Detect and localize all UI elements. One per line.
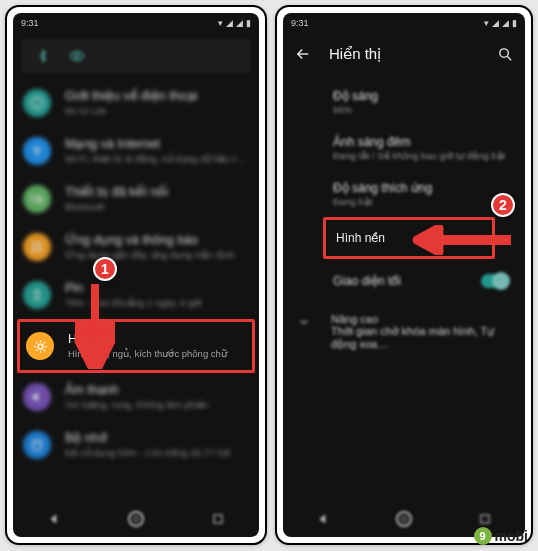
display-item[interactable]: Hiển thị Hình nền, ngủ, kích thước phông…	[20, 322, 252, 370]
item-sub: Bluetooth	[65, 201, 249, 213]
phone-frame-left: 9:31 ▾◢◢▮ Giới thiệu về điện thoại Mi A2…	[5, 5, 267, 545]
svg-rect-3	[36, 100, 37, 101]
svg-rect-8	[38, 242, 42, 246]
item-sub: Đang tắt / Sẽ không bao giờ tự động bật	[333, 150, 509, 161]
nav-bar	[13, 505, 259, 533]
item-sub: Âm lượng, rung, Không làm phiền	[65, 399, 249, 411]
storage-item[interactable]: Bộ nhớ Đã sử dụng 53% - Còn trống 29,77 …	[13, 421, 259, 469]
nav-back[interactable]	[45, 510, 63, 528]
item-title: Độ sáng thích ứng	[333, 181, 509, 195]
svg-rect-10	[38, 248, 42, 252]
svg-point-4	[36, 153, 38, 155]
svg-rect-2	[36, 102, 37, 106]
search-button[interactable]	[495, 44, 515, 64]
svg-rect-5	[32, 196, 39, 202]
brightness-item[interactable]: Độ sáng 66%	[283, 79, 525, 125]
about-phone-item[interactable]: Giới thiệu về điện thoại Mi A2 Lite	[13, 79, 259, 127]
status-bar: 9:31 ▾◢◢▮	[13, 13, 259, 33]
svg-rect-6	[39, 197, 42, 202]
item-sub: Thời gian chờ khóa màn hình, Tự động xoa…	[331, 325, 509, 351]
item-sub: Đang bật	[333, 196, 509, 207]
apps-item[interactable]: Ứng dụng và thông báo Ứng dụng gần đây, …	[13, 223, 259, 271]
item-title: Giới thiệu về điện thoại	[65, 89, 249, 105]
nightlight-item[interactable]: Ánh sáng đêm Đang tắt / Sẽ không bao giờ…	[283, 125, 525, 171]
nav-recent[interactable]	[209, 510, 227, 528]
nav-home[interactable]	[395, 510, 413, 528]
connected-devices-item[interactable]: Thiết bị đã kết nối Bluetooth	[13, 175, 259, 223]
battery-icon	[23, 281, 51, 309]
nav-recent[interactable]	[476, 510, 494, 528]
svg-rect-15	[214, 515, 222, 523]
quick-tiles-row	[21, 39, 251, 73]
devices-icon	[23, 185, 51, 213]
item-sub: Hình nền, ngủ, kích thước phông chữ	[68, 348, 242, 360]
item-sub: Wi-Fi, thiết bị di động, sử dụng dữ liệu…	[65, 153, 249, 165]
svg-rect-7	[32, 242, 36, 246]
screen-right: 9:31 ▾◢◢▮ Hiển thị Độ sáng 66% Ánh sáng …	[283, 13, 525, 537]
item-title: Pin	[65, 281, 249, 297]
network-item[interactable]: Mạng và Internet Wi-Fi, thiết bị di động…	[13, 127, 259, 175]
status-time: 9:31	[21, 18, 39, 28]
app-bar: Hiển thị	[283, 33, 525, 75]
battery-item[interactable]: Pin 79% - Còn khoảng 1 ngày, 8 giờ	[13, 271, 259, 319]
item-sub: Đã sử dụng 53% - Còn trống 29,77 GB	[65, 447, 249, 459]
info-icon	[23, 89, 51, 117]
item-title: Bộ nhớ	[65, 431, 249, 447]
svg-rect-12	[36, 290, 38, 291]
nav-home[interactable]	[127, 510, 145, 528]
darktheme-toggle[interactable]	[481, 274, 509, 288]
wallpaper-highlight: Hình nền	[323, 217, 495, 259]
item-title: Âm thanh	[65, 383, 249, 399]
phone-frame-right: 9:31 ▾◢◢▮ Hiển thị Độ sáng 66% Ánh sáng …	[275, 5, 533, 545]
svg-rect-9	[32, 248, 36, 252]
item-title: Hiển thị	[68, 332, 242, 348]
item-sub: 79% - Còn khoảng 1 ngày, 8 giờ	[65, 297, 249, 309]
item-sub: 66%	[333, 104, 509, 115]
display-settings-list: Độ sáng 66% Ánh sáng đêm Đang tắt / Sẽ k…	[283, 75, 525, 361]
adaptive-brightness-item[interactable]: Độ sáng thích ứng Đang bật	[283, 171, 525, 217]
svg-rect-11	[35, 291, 40, 300]
status-icons: ▾◢◢▮	[484, 18, 517, 28]
display-highlight: Hiển thị Hình nền, ngủ, kích thước phông…	[17, 319, 255, 373]
storage-icon	[23, 431, 51, 459]
sound-item[interactable]: Âm thanh Âm lượng, rung, Không làm phiền	[13, 373, 259, 421]
item-title: Mạng và Internet	[65, 137, 249, 153]
apps-icon	[23, 233, 51, 261]
screen-title: Hiển thị	[329, 45, 479, 63]
item-title: Hình nền	[336, 231, 476, 245]
item-title: Ứng dụng và thông báo	[65, 233, 249, 249]
watermark-text: mobi	[495, 528, 528, 544]
display-icon	[26, 332, 54, 360]
settings-list: Giới thiệu về điện thoại Mi A2 Lite Mạng…	[13, 77, 259, 469]
item-title: Ánh sáng đêm	[333, 135, 509, 149]
status-time: 9:31	[291, 18, 309, 28]
svg-point-14	[33, 440, 41, 444]
svg-point-18	[499, 48, 508, 57]
item-sub: Ứng dụng gần đây, ứng dụng mặc định	[65, 249, 249, 261]
status-bar: 9:31 ▾◢◢▮	[283, 13, 525, 33]
wifi-icon	[23, 137, 51, 165]
advanced-item[interactable]: Nâng cao Thời gian chờ khóa màn hình, Tự…	[283, 303, 525, 361]
annotation-badge-2: 2	[491, 193, 515, 217]
status-icons: ▾◢◢▮	[218, 18, 251, 28]
svg-point-0	[75, 54, 79, 58]
back-button[interactable]	[293, 44, 313, 64]
svg-rect-19	[481, 515, 489, 523]
bluetooth-icon[interactable]	[35, 48, 51, 64]
item-sub: Mi A2 Lite	[65, 105, 249, 117]
wallpaper-item[interactable]: Hình nền	[326, 220, 492, 256]
annotation-badge-1: 1	[93, 257, 117, 281]
nav-back[interactable]	[314, 510, 332, 528]
item-title: Thiết bị đã kết nối	[65, 185, 249, 201]
chevron-down-icon	[297, 315, 315, 329]
svg-point-13	[38, 344, 43, 349]
eye-icon[interactable]	[69, 48, 85, 64]
item-title: Độ sáng	[333, 89, 509, 103]
screen-left: 9:31 ▾◢◢▮ Giới thiệu về điện thoại Mi A2…	[13, 13, 259, 537]
sound-icon	[23, 383, 51, 411]
darktheme-item[interactable]: Giao diện tối	[283, 259, 525, 303]
watermark: 9 mobi	[474, 527, 528, 545]
item-title: Giao diện tối	[333, 274, 401, 288]
item-title: Nâng cao	[331, 313, 509, 325]
watermark-badge: 9	[474, 527, 492, 545]
